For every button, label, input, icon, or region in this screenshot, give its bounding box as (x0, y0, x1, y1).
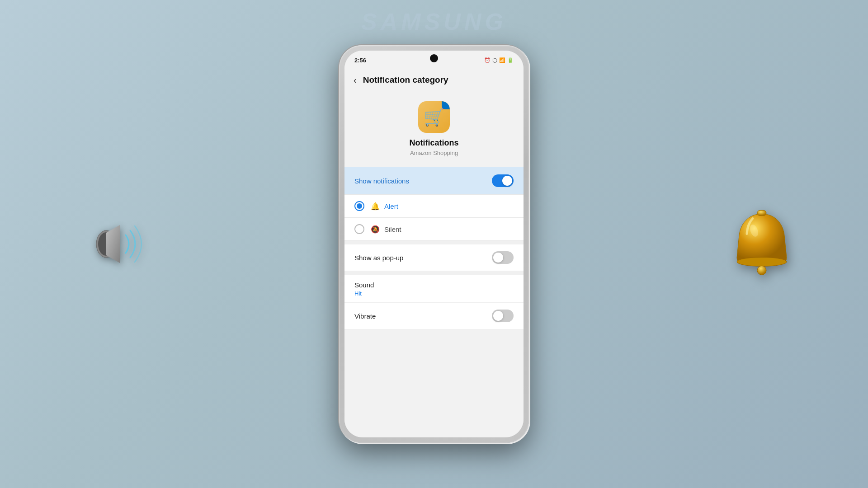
silent-radio[interactable] (354, 224, 364, 234)
settings-list: Show notifications 🔔 Alert 🔕 (344, 167, 524, 329)
app-icon-emoji: 🛒 (424, 108, 445, 126)
show-popup-label: Show as pop-up (354, 254, 403, 262)
svg-rect-2 (757, 210, 766, 216)
battery-icon: 🔋 (507, 57, 514, 63)
phone-container: 2:56 ⏰ ⬡ 📶 🔋 ‹ Notification category 🛒 (339, 45, 529, 443)
vibrate-toggle[interactable] (492, 310, 514, 322)
sound-label: Sound (354, 281, 514, 289)
back-button[interactable]: ‹ (354, 75, 357, 84)
bluetooth-icon: ⬡ (492, 57, 497, 64)
page-header: ‹ Notification category (344, 70, 524, 92)
bell-mute-icon: 🔕 (371, 225, 380, 234)
bell-decoration (728, 206, 796, 291)
show-notifications-toggle[interactable] (492, 174, 514, 187)
bell-alert-icon: 🔔 (371, 202, 380, 211)
show-notifications-label: Show notifications (354, 177, 409, 185)
show-popup-toggle[interactable] (492, 251, 514, 264)
app-badge (442, 101, 450, 109)
alert-label: Alert (384, 202, 398, 210)
status-bar: 2:56 ⏰ ⬡ 📶 🔋 (344, 51, 524, 70)
page-title: Notification category (363, 75, 448, 85)
section-divider-2 (344, 271, 524, 275)
vibrate-label: Vibrate (354, 312, 376, 320)
alarm-icon: ⏰ (484, 57, 491, 63)
status-time: 2:56 (354, 57, 366, 64)
vibrate-row: Vibrate (344, 303, 524, 329)
section-divider-1 (344, 241, 524, 244)
app-icon-wrapper: 🛒 (418, 101, 450, 133)
status-icons: ⏰ ⬡ 📶 🔋 (484, 57, 514, 64)
alert-radio[interactable] (354, 201, 364, 211)
app-subtitle: Amazon Shopping (410, 150, 458, 156)
app-section: 🛒 Notifications Amazon Shopping (344, 92, 524, 167)
svg-point-5 (757, 266, 766, 275)
speaker-decoration (81, 208, 154, 280)
sound-value: Hit (354, 290, 514, 297)
phone-screen: 2:56 ⏰ ⬡ 📶 🔋 ‹ Notification category 🛒 (344, 51, 524, 437)
sound-row[interactable]: Sound Hit (344, 275, 524, 303)
show-popup-row: Show as pop-up (344, 244, 524, 271)
samsung-logo: SAMSUNG (361, 8, 507, 35)
silent-icon-label: 🔕 Silent (371, 225, 401, 234)
app-name-title: Notifications (409, 138, 458, 148)
screen-content: ‹ Notification category 🛒 Notifications … (344, 70, 524, 437)
silent-row[interactable]: 🔕 Silent (344, 218, 524, 241)
app-icon-bg: 🛒 (418, 101, 450, 133)
camera-notch (430, 54, 438, 62)
show-notifications-row: Show notifications (344, 167, 524, 195)
silent-label: Silent (384, 225, 401, 233)
alert-icon-label: 🔔 Alert (371, 202, 398, 211)
wifi-icon: 📶 (499, 57, 505, 63)
alert-row[interactable]: 🔔 Alert (344, 195, 524, 218)
